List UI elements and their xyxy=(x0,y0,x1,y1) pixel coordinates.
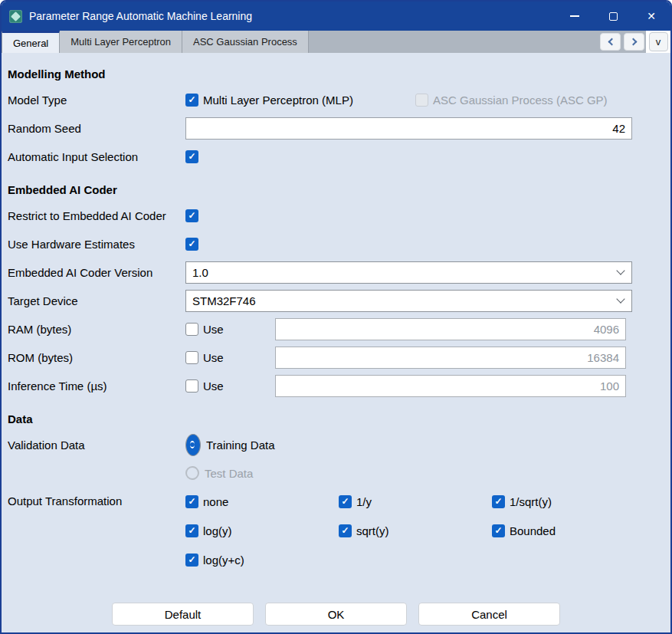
tab-scroll-right-button[interactable] xyxy=(624,33,644,51)
inference-time-use-checkbox[interactable]: Use xyxy=(185,379,275,393)
tab-bar-spacer xyxy=(309,31,598,53)
maximize-icon xyxy=(609,12,618,21)
rom-use-checkbox-icon xyxy=(185,351,198,364)
transformation-log-y-plus-c-label: log(y+c) xyxy=(203,554,244,567)
ram-use-checkbox[interactable]: Use xyxy=(185,323,275,336)
training-data-radio[interactable]: Training Data xyxy=(185,434,275,456)
transformation-1-over-sqrt-y-checkbox[interactable]: ✓ 1/sqrt(y) xyxy=(492,495,552,508)
tab-multi-layer-perceptron[interactable]: Multi Layer Perceptron xyxy=(60,31,182,53)
tab-scroll-left-button[interactable] xyxy=(600,33,621,51)
chevron-right-icon xyxy=(629,38,637,46)
test-data-radio-icon xyxy=(185,466,199,480)
ram-control: Use 4096 xyxy=(185,318,632,340)
window-title: Parameter Range Automatic Machine Learni… xyxy=(29,10,252,22)
validation-data-label: Validation Data xyxy=(8,439,185,452)
ram-input: 4096 xyxy=(275,318,626,340)
restrict-embedded-checkbox[interactable]: ✓ xyxy=(185,209,198,222)
transformation-log-y-plus-c-checkbox[interactable]: ✓ log(y+c) xyxy=(185,554,244,567)
transformation-none-label: none xyxy=(203,495,228,508)
cancel-button[interactable]: Cancel xyxy=(418,603,560,626)
check-icon: ✓ xyxy=(188,497,195,506)
tab-list-segment: v xyxy=(646,31,670,53)
embedded-ai-coder-section-title: Embedded AI Coder xyxy=(8,183,664,196)
check-icon: ✓ xyxy=(188,555,195,564)
check-icon: ✓ xyxy=(188,211,195,220)
check-icon: ✓ xyxy=(188,526,195,535)
coder-version-label: Embedded AI Coder Version xyxy=(8,266,185,279)
auto-input-selection-label: Automatic Input Selection xyxy=(8,150,185,163)
hardware-estimates-label: Use Hardware Estimates xyxy=(8,238,185,251)
mlp-checkbox-label: Multi Layer Perceptron (MLP) xyxy=(203,94,353,107)
transformation-cell: ✓ Bounded xyxy=(492,519,645,542)
transformation-cell: ✓ sqrt(y) xyxy=(339,519,492,542)
dialog-body: Modelling Method Model Type ✓ Multi Laye… xyxy=(2,53,670,632)
output-transformation-control: ✓ none ✓ 1/y ✓ 1/sqrt(y) xyxy=(185,490,645,571)
check-icon: ✓ xyxy=(188,239,195,248)
window-controls: ✕ xyxy=(556,2,670,31)
test-data-radio: Test Data xyxy=(185,466,253,480)
transformation-cell: ✓ none xyxy=(185,490,339,513)
transformation-1-over-y-checkbox[interactable]: ✓ 1/y xyxy=(339,495,372,508)
random-seed-row: Random Seed 42 xyxy=(8,117,664,140)
checkbox-icon: ✓ xyxy=(185,554,198,567)
output-transformation-grid: ✓ none ✓ 1/y ✓ 1/sqrt(y) xyxy=(185,490,645,571)
transformation-1-over-sqrt-y-label: 1/sqrt(y) xyxy=(510,495,552,508)
minimize-button[interactable] xyxy=(556,2,594,31)
mlp-checkbox[interactable]: ✓ Multi Layer Perceptron (MLP) xyxy=(185,94,415,107)
auto-input-selection-checkbox[interactable]: ✓ xyxy=(185,150,198,163)
ram-use-checkbox-icon xyxy=(185,323,198,336)
target-device-select[interactable]: STM32F746 xyxy=(185,290,632,312)
inference-time-control: Use 100 xyxy=(185,375,632,397)
transformation-cell: ✓ 1/sqrt(y) xyxy=(492,490,645,513)
random-seed-input[interactable]: 42 xyxy=(185,117,632,140)
ram-use-label: Use xyxy=(203,323,224,336)
inference-time-label: Inference Time (µs) xyxy=(8,379,185,393)
check-icon: ✓ xyxy=(494,526,502,535)
checkbox-icon: ✓ xyxy=(492,495,505,508)
random-seed-label: Random Seed xyxy=(8,122,185,135)
transformation-bounded-label: Bounded xyxy=(510,524,556,537)
tab-bar: General Multi Layer Perceptron ASC Gauss… xyxy=(2,31,670,53)
ok-button[interactable]: OK xyxy=(265,603,407,626)
dialog-window: Parameter Range Automatic Machine Learni… xyxy=(0,0,672,634)
validation-data-row: Validation Data Training Data xyxy=(8,433,664,456)
checkbox-icon: ✓ xyxy=(185,524,198,537)
modelling-method-section-title: Modelling Method xyxy=(8,67,664,80)
hardware-estimates-checkbox[interactable]: ✓ xyxy=(185,238,198,251)
rom-input: 16384 xyxy=(275,347,626,369)
chevron-down-icon xyxy=(616,266,624,274)
target-device-control: STM32F746 xyxy=(185,290,632,312)
transformation-log-y-checkbox[interactable]: ✓ log(y) xyxy=(185,524,232,537)
coder-version-select[interactable]: 1.0 xyxy=(185,261,632,284)
transformation-sqrt-y-checkbox[interactable]: ✓ sqrt(y) xyxy=(339,524,389,537)
rom-row: ROM (bytes) Use 16384 xyxy=(8,346,664,369)
asc-gp-checkbox-icon xyxy=(415,94,428,107)
checkbox-icon: ✓ xyxy=(492,524,505,537)
output-transformation-row: Output Transformation ✓ none ✓ 1/y xyxy=(8,490,664,571)
tab-asc-gaussian-process[interactable]: ASC Gaussian Process xyxy=(182,31,309,53)
inference-time-use-checkbox-icon xyxy=(185,379,198,393)
default-button[interactable]: Default xyxy=(112,603,254,626)
chevron-left-icon xyxy=(608,38,615,46)
transformation-cell: ✓ log(y) xyxy=(185,519,339,542)
transformation-none-checkbox[interactable]: ✓ none xyxy=(185,495,228,508)
title-bar: Parameter Range Automatic Machine Learni… xyxy=(2,2,670,31)
tab-general[interactable]: General xyxy=(2,31,60,53)
restrict-embedded-row: Restrict to Embedded AI Coder ✓ xyxy=(8,204,664,227)
inference-time-row: Inference Time (µs) Use 100 xyxy=(8,374,664,397)
target-device-value: STM32F746 xyxy=(192,294,256,307)
auto-input-selection-row: Automatic Input Selection ✓ xyxy=(8,145,664,168)
training-data-radio-label: Training Data xyxy=(206,439,275,452)
tab-list-button[interactable]: v xyxy=(649,32,668,51)
radio-dot xyxy=(190,442,195,447)
transformation-bounded-checkbox[interactable]: ✓ Bounded xyxy=(492,524,556,537)
check-icon: ✓ xyxy=(188,95,195,104)
check-icon: ✓ xyxy=(188,152,195,161)
close-button[interactable]: ✕ xyxy=(632,2,670,31)
random-seed-control: 42 xyxy=(185,117,632,140)
maximize-button[interactable] xyxy=(594,2,632,31)
validation-data-control: Training Data xyxy=(185,434,632,456)
ram-row: RAM (bytes) Use 4096 xyxy=(8,317,664,340)
target-device-row: Target Device STM32F746 xyxy=(8,289,664,312)
rom-use-checkbox[interactable]: Use xyxy=(185,351,275,364)
